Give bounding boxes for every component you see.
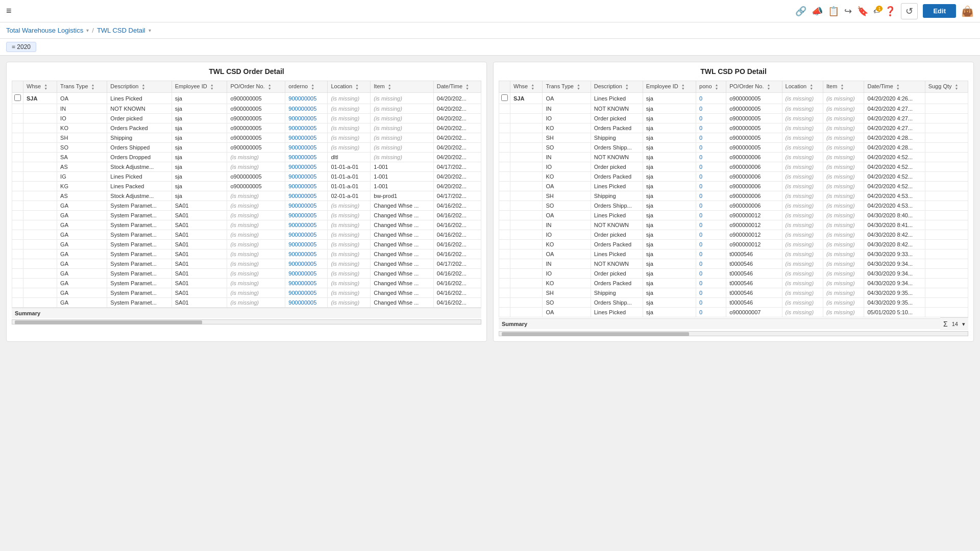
table-cell: 04/20/2020 4:26... — [864, 93, 925, 104]
table-cell[interactable]: 900000005 — [285, 240, 328, 249]
table-cell: SO — [57, 143, 107, 153]
export-icon[interactable]: ↪ — [844, 6, 852, 17]
table-cell: 02-01-a-01 — [328, 191, 371, 201]
megaphone-icon[interactable]: 📣 — [812, 6, 823, 17]
table-cell[interactable]: 900000005 — [285, 114, 328, 123]
table-cell[interactable]: 0 — [696, 230, 726, 240]
table-cell: (is missing) — [823, 201, 864, 211]
table-cell[interactable]: 0 — [696, 211, 726, 220]
right-footer-arrow[interactable]: ▾ — [962, 321, 965, 328]
table-cell[interactable]: 0 — [696, 249, 726, 259]
right-col-poorderno[interactable]: PO/Order No. ▲▼ — [726, 81, 782, 93]
right-col-suggqty[interactable]: Sugg Qty ▲▼ — [925, 81, 968, 93]
table-cell[interactable]: 900000005 — [285, 93, 328, 104]
left-col-location[interactable]: Location ▲▼ — [328, 81, 371, 93]
table-cell: NOT KNOWN — [591, 259, 643, 269]
breadcrumb-current[interactable]: TWL CSD Detail — [97, 27, 145, 34]
right-col-whse[interactable]: Whse ▲▼ — [510, 81, 543, 93]
table-cell[interactable]: 900000005 — [285, 230, 328, 240]
table-cell[interactable]: 0 — [696, 201, 726, 211]
table-cell[interactable]: 0 — [696, 240, 726, 249]
table-cell[interactable]: 0 — [696, 153, 726, 162]
table-cell[interactable]: 0 — [696, 220, 726, 230]
link-icon[interactable]: 🔗 — [795, 6, 806, 17]
table-cell[interactable]: 0 — [696, 123, 726, 133]
table-cell[interactable]: 0 — [696, 259, 726, 269]
help-icon[interactable]: ❓ — [885, 6, 896, 17]
table-cell[interactable]: 900000005 — [285, 153, 328, 162]
row-checkbox[interactable] — [14, 94, 21, 101]
right-col-item[interactable]: Item ▲▼ — [823, 81, 864, 93]
right-col-pono[interactable]: pono ▲▼ — [696, 81, 726, 93]
left-col-desc[interactable]: Description ▲▼ — [107, 81, 172, 93]
breadcrumb-parent[interactable]: Total Warehouse Logistics — [6, 27, 83, 34]
table-cell[interactable]: 0 — [696, 143, 726, 153]
table-cell[interactable]: 0 — [696, 191, 726, 201]
table-cell[interactable]: 900000005 — [285, 298, 328, 308]
wallet-icon[interactable]: 👜 — [961, 5, 974, 17]
table-cell[interactable]: 0 — [696, 308, 726, 317]
table-cell[interactable]: 0 — [696, 133, 726, 143]
right-col-datetime[interactable]: Date/Time ▲▼ — [864, 81, 925, 93]
table-cell: o900000006 — [726, 162, 782, 172]
table-cell[interactable]: 900000005 — [285, 269, 328, 279]
hamburger-menu[interactable]: ≡ — [6, 6, 12, 16]
table-cell[interactable]: 900000005 — [285, 249, 328, 259]
table-cell[interactable]: 0 — [696, 172, 726, 182]
table-cell: 04/30/2020 9:35... — [864, 288, 925, 298]
table-cell: IO — [543, 162, 591, 172]
table-cell[interactable]: 900000005 — [285, 133, 328, 143]
table-cell[interactable]: 900000005 — [285, 259, 328, 269]
right-summary-row: Summary — [499, 318, 940, 329]
left-col-whse[interactable]: Whse ▲▼ — [23, 81, 57, 93]
table-cell: t0000546 — [726, 269, 782, 279]
left-hscroll[interactable] — [12, 319, 481, 324]
right-hscroll[interactable] — [499, 331, 968, 336]
table-cell[interactable]: 900000005 — [285, 220, 328, 230]
table-row: GASystem Paramet...SA01(is missing)90000… — [12, 230, 481, 240]
filter-tag[interactable]: = 2020 — [6, 42, 36, 52]
table-cell[interactable]: 900000005 — [285, 279, 328, 288]
table-cell: 01-01-a-01 — [328, 182, 371, 191]
table-cell: 01-01-a-01 — [328, 162, 371, 172]
table-cell[interactable]: 0 — [696, 114, 726, 123]
left-col-transtype[interactable]: Trans Type ▲▼ — [57, 81, 107, 93]
left-col-poorderno[interactable]: PO/Order No. ▲▼ — [227, 81, 285, 93]
left-col-orderno[interactable]: orderno ▲▼ — [285, 81, 328, 93]
table-cell[interactable]: 0 — [696, 104, 726, 114]
table-cell: (is missing) — [371, 114, 433, 123]
row-checkbox[interactable] — [501, 94, 508, 101]
table-cell[interactable]: 900000005 — [285, 288, 328, 298]
table-cell[interactable]: 0 — [696, 162, 726, 172]
notification-badge[interactable]: 🏷 1 — [873, 8, 879, 15]
table-cell[interactable]: 0 — [696, 279, 726, 288]
right-col-transtype[interactable]: Trans Type ▲▼ — [543, 81, 591, 93]
right-footer-sum: Σ 14 ▾ — [940, 317, 968, 330]
table-cell[interactable]: 900000005 — [285, 172, 328, 182]
table-cell: (is missing) — [823, 153, 864, 162]
bookmark-icon[interactable]: 🔖 — [857, 6, 868, 17]
table-cell[interactable]: 900000005 — [285, 211, 328, 220]
edit-button[interactable]: Edit — [923, 4, 956, 18]
table-cell[interactable]: 0 — [696, 288, 726, 298]
copy-icon[interactable]: 📋 — [828, 6, 839, 17]
table-cell[interactable]: 0 — [696, 269, 726, 279]
table-cell[interactable]: 0 — [696, 182, 726, 191]
table-cell: Changed Whse ... — [371, 240, 433, 249]
right-col-empid[interactable]: Employee ID ▲▼ — [643, 81, 696, 93]
left-col-datetime[interactable]: Date/Time ▲▼ — [433, 81, 481, 93]
left-col-empid[interactable]: Employee ID ▲▼ — [172, 81, 227, 93]
reset-button[interactable]: ↺ — [901, 3, 918, 19]
table-cell[interactable]: 900000005 — [285, 162, 328, 172]
right-col-desc[interactable]: Description ▲▼ — [591, 81, 643, 93]
table-cell[interactable]: 900000005 — [285, 123, 328, 133]
table-cell[interactable]: 900000005 — [285, 143, 328, 153]
table-cell[interactable]: 900000005 — [285, 191, 328, 201]
table-cell[interactable]: 900000005 — [285, 104, 328, 114]
table-cell[interactable]: 0 — [696, 93, 726, 104]
left-col-item[interactable]: Item ▲▼ — [371, 81, 433, 93]
table-cell[interactable]: 900000005 — [285, 182, 328, 191]
table-cell[interactable]: 900000005 — [285, 201, 328, 211]
right-col-location[interactable]: Location ▲▼ — [782, 81, 823, 93]
table-cell[interactable]: 0 — [696, 298, 726, 308]
